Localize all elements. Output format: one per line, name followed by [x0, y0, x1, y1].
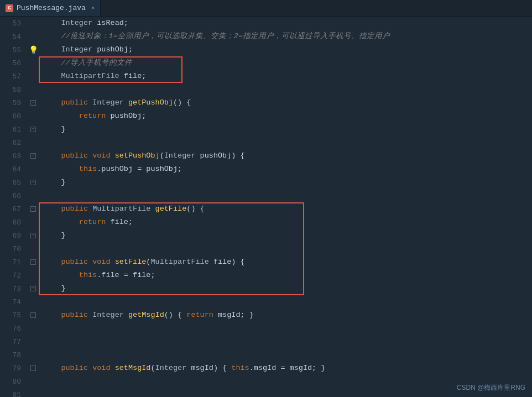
fold-icon[interactable]: - [30, 153, 36, 159]
fold-close-icon[interactable]: + [30, 233, 36, 238]
code-line: 55💡 Integer pushObj; [0, 43, 532, 56]
line-content[interactable]: } [39, 229, 532, 242]
line-content[interactable]: this.pushObj = pushObj; [39, 163, 532, 176]
line-number: 73 [0, 282, 28, 295]
line-content[interactable]: public MultipartFile getFile() { [39, 202, 532, 216]
fold-icon[interactable]: - [30, 312, 36, 318]
line-number: 57 [0, 70, 28, 83]
line-number: 59 [0, 96, 28, 109]
line-gutter [28, 295, 39, 309]
line-content[interactable]: Integer isRead; [39, 17, 532, 30]
line-number: 76 [0, 322, 28, 335]
code-line: 65+ } [0, 176, 532, 189]
line-gutter: + [28, 229, 39, 242]
line-number: 78 [0, 348, 28, 362]
line-gutter [28, 163, 39, 176]
fold-icon[interactable]: - [30, 259, 36, 265]
line-gutter: - [28, 255, 39, 269]
line-number: 61 [0, 123, 28, 136]
line-gutter: + [28, 123, 39, 136]
line-content[interactable]: return file; [39, 216, 532, 229]
line-content[interactable]: } [39, 123, 532, 136]
line-gutter: - [28, 149, 39, 163]
fold-close-icon[interactable]: + [30, 286, 36, 291]
code-line: 68 return file; [0, 216, 532, 229]
line-content[interactable] [39, 348, 532, 362]
code-line: 72 this.file = file; [0, 269, 532, 282]
line-content[interactable]: //导入手机号的文件 [39, 56, 532, 70]
line-content[interactable]: } [39, 176, 532, 189]
line-number: 77 [0, 335, 28, 348]
line-content[interactable]: MultipartFile file; [39, 70, 532, 83]
line-gutter [28, 216, 39, 229]
line-number: 66 [0, 189, 28, 202]
line-content[interactable]: public void setFile(MultipartFile file) … [39, 255, 532, 269]
line-number: 53 [0, 17, 28, 30]
line-number: 56 [0, 56, 28, 70]
tab-pushmessage[interactable]: G PushMessage.java × [0, 0, 101, 16]
line-number: 70 [0, 242, 28, 255]
fold-icon[interactable]: - [30, 100, 36, 106]
line-content[interactable]: public void setPushObj(Integer pushObj) … [39, 149, 532, 163]
editor-area: 53 Integer isRead;54 //推送对象：1=全部用户，可以选取并… [0, 17, 532, 397]
code-line: 54 //推送对象：1=全部用户，可以选取并集、交集；2=指定用户，可以通过导入… [0, 30, 532, 43]
line-content[interactable]: return pushObj; [39, 109, 532, 123]
line-number: 63 [0, 149, 28, 163]
code-line: 58 [0, 83, 532, 96]
line-content[interactable]: } [39, 282, 532, 295]
line-content[interactable] [39, 322, 532, 335]
line-gutter [28, 388, 39, 397]
code-line: 61+ } [0, 123, 532, 136]
line-number: 64 [0, 163, 28, 176]
code-line: 75- public Integer getMsgId() { return m… [0, 309, 532, 322]
line-number: 68 [0, 216, 28, 229]
line-number: 55 [0, 43, 28, 56]
line-gutter [28, 83, 39, 96]
line-content[interactable]: public Integer getMsgId() { return msgId… [39, 309, 532, 322]
line-content[interactable] [39, 335, 532, 348]
code-lines: 53 Integer isRead;54 //推送对象：1=全部用户，可以选取并… [0, 17, 532, 397]
code-line: 74 [0, 295, 532, 309]
line-number: 72 [0, 269, 28, 282]
line-gutter [28, 17, 39, 30]
line-content[interactable] [39, 136, 532, 149]
line-number: 71 [0, 255, 28, 269]
line-number: 75 [0, 309, 28, 322]
tab-filename: PushMessage.java [17, 4, 86, 12]
code-line: 69+ } [0, 229, 532, 242]
code-line: 62 [0, 136, 532, 149]
line-gutter: 💡 [28, 43, 39, 56]
line-gutter [28, 109, 39, 123]
line-content[interactable]: public Integer getPushObj() { [39, 96, 532, 109]
line-number: 67 [0, 202, 28, 216]
line-content[interactable] [39, 189, 532, 202]
line-number: 65 [0, 176, 28, 189]
fold-close-icon[interactable]: + [30, 180, 36, 185]
line-number: 54 [0, 30, 28, 43]
line-content[interactable]: this.file = file; [39, 269, 532, 282]
tab-close-icon[interactable]: × [91, 5, 95, 12]
line-gutter [28, 335, 39, 348]
code-line: 80 [0, 375, 532, 388]
line-content[interactable] [39, 83, 532, 96]
line-number: 62 [0, 136, 28, 149]
code-line: 64 this.pushObj = pushObj; [0, 163, 532, 176]
tab-file-icon: G [6, 4, 13, 12]
line-content[interactable]: Integer pushObj; [39, 43, 532, 56]
fold-close-icon[interactable]: + [30, 127, 36, 132]
line-gutter: - [28, 96, 39, 109]
tab-bar: G PushMessage.java × [0, 0, 532, 17]
line-content[interactable]: //推送对象：1=全部用户，可以选取并集、交集；2=指定用户，可以通过导入手机号… [39, 30, 532, 43]
code-line: 57 MultipartFile file; [0, 70, 532, 83]
line-content[interactable] [39, 295, 532, 309]
code-line: 59- public Integer getPushObj() { [0, 96, 532, 109]
line-gutter: - [28, 362, 39, 375]
line-content[interactable] [39, 242, 532, 255]
line-number: 69 [0, 229, 28, 242]
line-number: 80 [0, 375, 28, 388]
fold-icon[interactable]: - [30, 365, 36, 371]
line-gutter: - [28, 309, 39, 322]
code-line: 66 [0, 189, 532, 202]
fold-icon[interactable]: - [30, 206, 36, 212]
line-content[interactable]: public void setMsgId(Integer msgId) { th… [39, 362, 532, 375]
